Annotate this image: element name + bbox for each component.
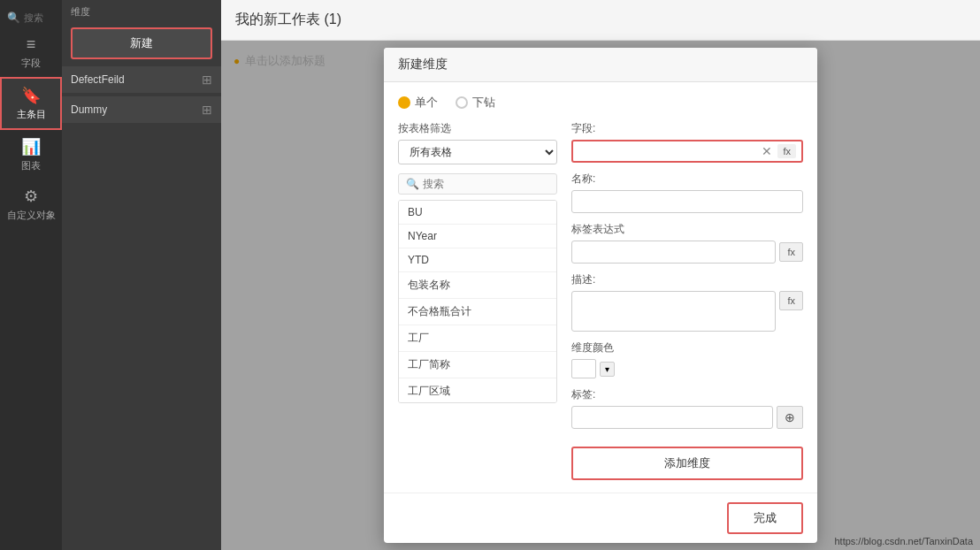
main-header: 我的新工作表 (1) [221,0,980,41]
field-search-icon: 🔍 [406,178,419,190]
radio-drill[interactable]: 下钻 [456,95,495,111]
tag-add-button[interactable]: ⊕ [777,406,803,429]
dim-item-defectfeild[interactable]: DefectFeild ⊞ [62,66,221,93]
tag-row: ⊕ [571,406,803,429]
section-title: 维度 [62,0,221,22]
field-input-row: =ValueList('Dummy') ✕ fx [571,140,803,163]
new-dimension-button[interactable]: 新建 [71,27,212,59]
field-value-input[interactable]: =ValueList('Dummy') [578,145,759,157]
sidebar: 🔍 ≡ 字段 🔖 主条目 📊 图表 ⚙ 自定义对象 [0,0,62,550]
sidebar-item-tubiao[interactable]: 📊 图表 [0,130,62,180]
modal-body: 单个 下钻 按表格筛选 所有表格 [384,82,817,493]
field-search-box: 🔍 [398,173,557,195]
left-column: 按表格筛选 所有表格 🔍 BUNYearYTD包装名称不合格瓶合计工厂工厂简称工… [398,121,557,480]
filter-label: 按表格筛选 [398,121,557,136]
grid-icon-2: ⊞ [202,103,212,117]
color-group: 维度颜色 ▾ [571,340,803,378]
field-fx-button[interactable]: fx [777,144,796,158]
modal-title: 新建维度 [384,48,817,82]
field-label: 字段: [571,121,803,136]
field-list-item[interactable]: 包装名称 [399,272,556,299]
sidebar-item-ziduans[interactable]: ≡ 字段 [0,28,62,77]
filter-group: 按表格筛选 所有表格 [398,121,557,164]
field-list-item[interactable]: 工厂简称 [399,352,556,378]
tag-label: 标签: [571,387,803,402]
sidebar-label-zidingyi: 自定义对象 [7,209,56,222]
custom-icon: ⚙ [24,187,38,206]
right-column: 字段: =ValueList('Dummy') ✕ fx 名称: Dummy [571,121,803,480]
field-icon: ≡ [27,35,36,54]
field-list-item[interactable]: NYear [399,225,556,248]
name-group: 名称: Dummy [571,172,803,213]
main-canvas: 单击以添加标题 新建维度 单个 下钻 [221,41,980,550]
color-picker-row: ▾ [571,359,803,378]
dim-label-dummy: Dummy [71,103,107,116]
sidebar-label-ziduans: 字段 [21,57,41,70]
sidebar-label-zhutiaomu: 主条目 [17,108,46,121]
field-list: BUNYearYTD包装名称不合格瓶合计工厂工厂简称工厂区域回瓶不合格率 [398,200,557,403]
page-title: 我的新工作表 (1) [235,11,341,27]
bookmark-icon: 🔖 [21,86,41,105]
desc-fx-button[interactable]: fx [779,291,803,310]
sidebar-item-zhutiaomu[interactable]: 🔖 主条目 [0,77,62,130]
sidebar-item-zidingyi[interactable]: ⚙ 自定义对象 [0,180,62,229]
label-expr-input[interactable] [571,241,776,264]
field-list-item[interactable]: 工厂 [399,325,556,352]
done-button[interactable]: 完成 [727,502,803,534]
sidebar-label-tubiao: 图表 [21,159,41,172]
field-list-item[interactable]: 不合格瓶合计 [399,299,556,325]
label-expr-group: 标签表达式 fx [571,222,803,264]
clear-icon[interactable]: ✕ [759,144,775,158]
desc-textarea[interactable] [571,291,776,332]
name-input[interactable]: Dummy [571,190,803,213]
dim-label-defectfeild: DefectFeild [71,73,125,86]
filter-select[interactable]: 所有表格 [398,140,557,164]
color-dropdown-button[interactable]: ▾ [600,362,615,377]
desc-label: 描述: [571,272,803,287]
field-list-item[interactable]: BU [399,201,556,225]
grid-icon: ⊞ [202,73,212,87]
label-expr-fx-button[interactable]: fx [779,242,803,262]
modal-overlay: 新建维度 单个 下钻 [221,41,980,550]
sidebar-search-input[interactable] [24,12,55,23]
radio-circle-drill [456,96,468,109]
name-label: 名称: [571,172,803,187]
desc-row: fx [571,291,803,332]
modal-columns: 按表格筛选 所有表格 🔍 BUNYearYTD包装名称不合格瓶合计工厂工厂简称工… [398,121,803,480]
label-expr-label: 标签表达式 [571,222,803,237]
new-dimension-modal: 新建维度 单个 下钻 [384,48,817,543]
field-search-input[interactable] [423,178,549,190]
search-icon: 🔍 [7,11,20,24]
label-expr-row: fx [571,241,803,264]
main-area: 我的新工作表 (1) 单击以添加标题 新建维度 单个 [221,0,980,550]
dim-item-dummy[interactable]: Dummy ⊞ [62,96,221,123]
color-label: 维度颜色 [571,340,803,355]
field-group: 字段: =ValueList('Dummy') ✕ fx [571,121,803,163]
left-panel: 维度 新建 DefectFeild ⊞ Dummy ⊞ [62,0,221,550]
desc-group: 描述: fx [571,272,803,332]
modal-footer: 完成 [384,493,817,543]
tag-input[interactable] [571,406,773,429]
field-list-item[interactable]: YTD [399,248,556,272]
chart-icon: 📊 [21,137,41,157]
radio-circle-single [398,96,410,109]
radio-single[interactable]: 单个 [398,95,438,111]
field-list-item[interactable]: 工厂区域 [399,378,556,403]
radio-group: 单个 下钻 [398,95,803,111]
tag-group: 标签: ⊕ [571,387,803,429]
add-dimension-button[interactable]: 添加维度 [571,447,803,480]
color-box[interactable] [571,359,596,378]
